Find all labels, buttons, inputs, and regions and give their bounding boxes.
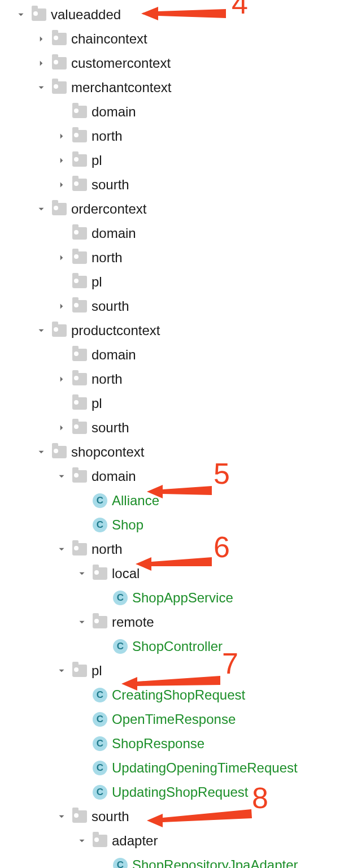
- folder-label: sourth: [92, 178, 129, 192]
- folder-item-productcontext[interactable]: productcontext: [0, 318, 357, 342]
- folder-icon: [52, 33, 67, 45]
- folder-label: north: [92, 372, 123, 386]
- folder-icon: [72, 130, 87, 142]
- chevron-down-icon[interactable]: [34, 323, 49, 338]
- folder-item-shop_sourth_adapter[interactable]: adapter: [0, 828, 357, 853]
- folder-item-shop_north_local[interactable]: local: [0, 561, 357, 585]
- chevron-down-icon[interactable]: [75, 615, 89, 630]
- folder-icon: [72, 810, 87, 823]
- class-icon: C: [113, 639, 128, 654]
- folder-item-product_domain[interactable]: domain: [0, 342, 357, 367]
- folder-icon: [72, 106, 87, 118]
- chevron-right-icon[interactable]: [54, 250, 69, 265]
- folder-item-shop_north[interactable]: north: [0, 537, 357, 561]
- class-item-Shop[interactable]: CShop: [0, 513, 357, 537]
- chevron-down-icon[interactable]: [34, 80, 49, 95]
- class-item-Alliance[interactable]: CAlliance: [0, 488, 357, 513]
- folder-item-order_domain[interactable]: domain: [0, 221, 357, 245]
- folder-label: valueadded: [51, 8, 121, 21]
- folder-label: chaincontext: [71, 32, 147, 46]
- chevron-down-icon[interactable]: [54, 663, 69, 678]
- class-label: Shop: [112, 518, 143, 532]
- folder-icon: [52, 81, 67, 94]
- folder-item-ordercontext[interactable]: ordercontext: [0, 197, 357, 221]
- folder-label: pl: [92, 664, 102, 678]
- class-icon: C: [93, 688, 107, 702]
- class-item-UpdatingShopRequest[interactable]: CUpdatingShopRequest: [0, 780, 357, 804]
- chevron-right-icon[interactable]: [54, 420, 69, 435]
- chevron-down-icon[interactable]: [54, 469, 69, 484]
- folder-item-shop_pl[interactable]: pl: [0, 658, 357, 683]
- class-icon: C: [93, 785, 107, 800]
- folder-item-order_pl[interactable]: pl: [0, 270, 357, 294]
- folder-icon: [72, 349, 87, 361]
- class-item-CreatingShopRequest[interactable]: CCreatingShopRequest: [0, 683, 357, 707]
- folder-label: local: [112, 567, 140, 580]
- folder-item-merchantcontext[interactable]: merchantcontext: [0, 75, 357, 99]
- folder-item-merchant_domain[interactable]: domain: [0, 99, 357, 124]
- chevron-right-icon[interactable]: [54, 372, 69, 387]
- chevron-right-icon[interactable]: [34, 56, 49, 71]
- folder-item-merchant_north[interactable]: north: [0, 124, 357, 148]
- folder-label: sourth: [92, 421, 129, 435]
- class-label: ShopRepositoryJpaAdapter: [132, 858, 298, 869]
- class-label: UpdatingOpeningTimeRequest: [112, 761, 298, 775]
- folder-icon: [72, 179, 87, 191]
- folder-icon: [32, 8, 46, 21]
- folder-icon: [93, 835, 107, 847]
- chevron-right-icon[interactable]: [34, 32, 49, 46]
- folder-icon: [72, 543, 87, 555]
- chevron-right-icon[interactable]: [54, 153, 69, 168]
- folder-item-order_sourth[interactable]: sourth: [0, 294, 357, 318]
- class-label: UpdatingShopRequest: [112, 785, 249, 799]
- project-tree: 4 5 6 7 8 valueaddedchaincontextcustomer…: [0, 0, 357, 868]
- class-icon: C: [93, 761, 107, 775]
- folder-item-product_north[interactable]: north: [0, 367, 357, 391]
- class-icon: C: [93, 736, 107, 751]
- folder-label: remote: [112, 615, 154, 629]
- folder-item-shop_domain[interactable]: domain: [0, 464, 357, 488]
- folder-item-shop_north_remote[interactable]: remote: [0, 610, 357, 634]
- class-label: ShopAppService: [132, 591, 233, 605]
- chevron-down-icon[interactable]: [54, 542, 69, 557]
- folder-item-chaincontext[interactable]: chaincontext: [0, 27, 357, 51]
- chevron-down-icon[interactable]: [14, 7, 28, 22]
- folder-label: north: [92, 251, 123, 264]
- chevron-down-icon[interactable]: [75, 566, 89, 581]
- folder-icon: [72, 397, 87, 410]
- chevron-right-icon[interactable]: [54, 129, 69, 144]
- folder-label: merchantcontext: [71, 81, 171, 94]
- class-item-ShopAppService[interactable]: CShopAppService: [0, 585, 357, 610]
- folder-label: shopcontext: [71, 445, 144, 459]
- class-label: ShopController: [132, 640, 223, 653]
- folder-item-valueadded[interactable]: valueadded: [0, 2, 357, 27]
- folder-item-product_sourth[interactable]: sourth: [0, 415, 357, 440]
- chevron-down-icon[interactable]: [54, 809, 69, 824]
- folder-item-product_pl[interactable]: pl: [0, 391, 357, 415]
- class-item-ShopResponse[interactable]: CShopResponse: [0, 731, 357, 756]
- folder-label: domain: [92, 105, 136, 119]
- chevron-down-icon[interactable]: [34, 445, 49, 459]
- folder-item-customercontext[interactable]: customercontext: [0, 51, 357, 75]
- class-item-OpenTimeResponse[interactable]: COpenTimeResponse: [0, 707, 357, 731]
- folder-label: domain: [92, 348, 136, 362]
- folder-item-merchant_pl[interactable]: pl: [0, 148, 357, 172]
- folder-label: sourth: [92, 300, 129, 313]
- chevron-down-icon[interactable]: [75, 834, 89, 848]
- folder-item-merchant_sourth[interactable]: sourth: [0, 172, 357, 197]
- class-item-ShopController[interactable]: CShopController: [0, 634, 357, 658]
- chevron-down-icon[interactable]: [34, 202, 49, 216]
- chevron-right-icon[interactable]: [54, 177, 69, 192]
- class-item-ShopRepositoryJpaAdapter[interactable]: CShopRepositoryJpaAdapter: [0, 853, 357, 868]
- folder-item-shop_sourth[interactable]: sourth: [0, 804, 357, 828]
- chevron-right-icon[interactable]: [54, 299, 69, 314]
- folder-item-order_north[interactable]: north: [0, 245, 357, 270]
- folder-item-shopcontext[interactable]: shopcontext: [0, 440, 357, 464]
- folder-label: sourth: [92, 810, 129, 823]
- class-item-UpdatingOpeningTimeRequest[interactable]: CUpdatingOpeningTimeRequest: [0, 756, 357, 780]
- class-icon: C: [93, 712, 107, 727]
- folder-icon: [72, 251, 87, 264]
- folder-label: domain: [92, 227, 136, 240]
- class-icon: C: [113, 591, 128, 605]
- folder-icon: [72, 227, 87, 240]
